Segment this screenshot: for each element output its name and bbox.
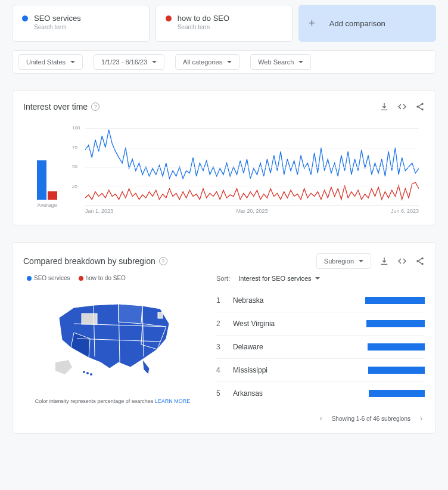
line-chart: 255075100 Jan 1, 2023 Mar 20, 2023 Jun 6… <box>72 128 419 214</box>
sort-value: Interest for SEO services <box>238 275 311 282</box>
filter-search-type-label: Web Search <box>258 58 294 66</box>
term-name: SEO services <box>34 14 81 23</box>
chevron-down-icon <box>315 277 320 280</box>
share-icon[interactable] <box>415 102 425 111</box>
region-row[interactable]: 5Arkansas <box>216 382 425 405</box>
avg-bar-series-2 <box>48 191 57 200</box>
term-pill-2[interactable]: how to do SEO Search term <box>155 5 293 42</box>
pagination-text: Showing 1-6 of 46 subregions <box>332 415 410 422</box>
average-label: Average <box>37 202 57 208</box>
map-legend: SEO services how to do SEO <box>27 275 202 281</box>
region-bar <box>366 320 425 327</box>
term-pill-1[interactable]: SEO services Search term <box>12 5 150 42</box>
filter-category-label: All categories <box>183 58 222 66</box>
us-map[interactable] <box>23 291 202 380</box>
x-tick: Jan 1, 2023 <box>85 208 113 214</box>
card-title: Compared breakdown by subregion <box>23 256 155 266</box>
term-name: how to do SEO <box>178 14 229 23</box>
plus-icon: + <box>309 17 315 30</box>
subregion-dropdown-label: Subregion <box>324 258 354 265</box>
filter-category[interactable]: All categories <box>175 54 239 70</box>
term-subtitle: Search term <box>178 24 229 30</box>
region-name: Mississippi <box>233 366 360 374</box>
sort-dropdown[interactable]: Interest for SEO services <box>238 275 319 282</box>
download-icon[interactable] <box>379 102 389 111</box>
learn-more-link[interactable]: LEARN MORE <box>155 398 191 404</box>
term-color-dot <box>22 15 28 21</box>
help-icon[interactable]: ? <box>159 257 167 265</box>
svg-rect-6 <box>82 314 97 324</box>
chevron-down-icon <box>298 61 303 63</box>
map-footnote: Color intensity represents percentage of… <box>23 398 202 404</box>
chevron-down-icon <box>227 61 232 63</box>
add-comparison-label: Add comparison <box>329 19 385 28</box>
chevron-down-icon <box>359 260 363 262</box>
region-name: Delaware <box>233 343 359 351</box>
download-icon[interactable] <box>379 256 389 266</box>
svg-point-8 <box>83 371 85 373</box>
sort-label: Sort: <box>216 275 230 282</box>
region-rank: 4 <box>216 366 225 374</box>
prev-page-button[interactable]: ‹ <box>318 414 325 423</box>
svg-rect-7 <box>158 312 163 318</box>
region-row[interactable]: 1Nebraska <box>216 289 425 312</box>
comparison-row: SEO services Search term how to do SEO S… <box>12 5 436 42</box>
svg-point-9 <box>86 372 89 374</box>
x-tick: Mar 20, 2023 <box>236 208 267 214</box>
legend-item: SEO services <box>34 275 70 281</box>
add-comparison-button[interactable]: + Add comparison <box>298 5 436 42</box>
region-rank: 3 <box>216 343 225 351</box>
share-icon[interactable] <box>415 256 425 266</box>
region-row[interactable]: 2West Virginia <box>216 312 425 336</box>
region-list: 1Nebraska2West Virginia3Delaware4Mississ… <box>216 289 425 405</box>
region-bar <box>369 390 425 397</box>
legend-item: how to do SEO <box>86 275 126 281</box>
filter-bar: United States 1/1/23 - 8/16/23 All categ… <box>12 50 436 74</box>
svg-point-10 <box>90 373 92 376</box>
interest-over-time-card: Interest over time ? <box>12 91 436 225</box>
region-bar <box>368 367 425 374</box>
subregion-dropdown[interactable]: Subregion <box>316 253 371 269</box>
region-row[interactable]: 3Delaware <box>216 336 425 359</box>
region-breakdown-card: Compared breakdown by subregion ? Subreg… <box>12 242 436 434</box>
region-name: West Virginia <box>233 320 358 328</box>
region-rank: 5 <box>216 389 225 398</box>
region-bar <box>365 297 425 304</box>
card-title: Interest over time <box>23 102 88 111</box>
x-tick: Jun 6, 2023 <box>391 208 419 214</box>
chevron-down-icon <box>70 61 75 63</box>
filter-geo[interactable]: United States <box>18 54 83 70</box>
region-rank: 1 <box>216 296 225 305</box>
region-name: Arkansas <box>233 389 360 398</box>
region-rank: 2 <box>216 320 225 328</box>
help-icon[interactable]: ? <box>91 103 99 111</box>
filter-date-label: 1/1/23 - 8/16/23 <box>101 58 147 66</box>
term-subtitle: Search term <box>34 24 81 30</box>
term-color-dot <box>166 15 172 21</box>
filter-date[interactable]: 1/1/23 - 8/16/23 <box>94 54 164 70</box>
avg-bar-series-1 <box>37 160 46 200</box>
region-row[interactable]: 4Mississippi <box>216 359 425 382</box>
average-bars: Average <box>29 128 65 214</box>
region-bar <box>368 343 425 351</box>
chevron-down-icon <box>152 61 157 63</box>
embed-icon[interactable] <box>397 102 407 111</box>
next-page-button[interactable]: › <box>418 414 425 423</box>
filter-geo-label: United States <box>26 58 66 66</box>
region-name: Nebraska <box>233 296 357 305</box>
embed-icon[interactable] <box>397 256 407 266</box>
filter-search-type[interactable]: Web Search <box>250 54 311 70</box>
